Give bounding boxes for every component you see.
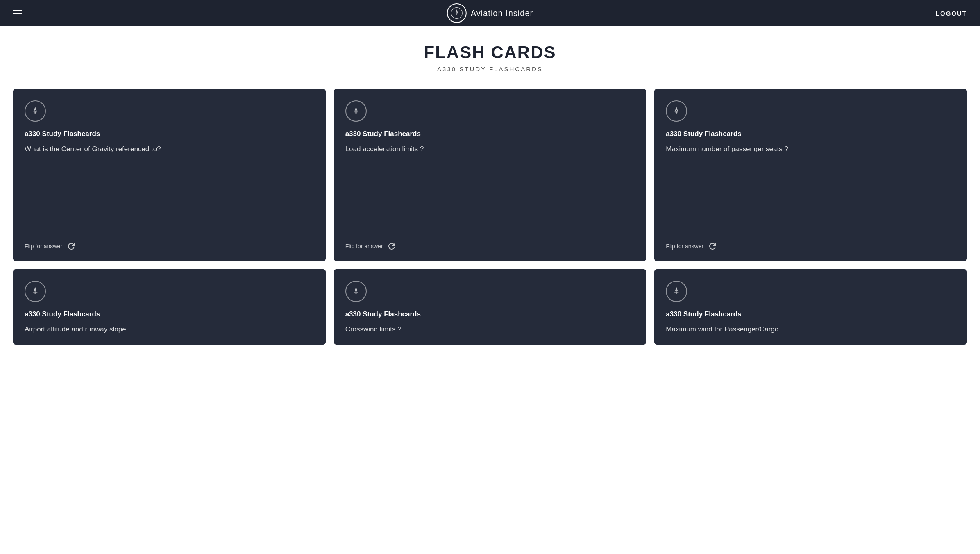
card-question-1: What is the Center of Gravity referenced… bbox=[25, 144, 314, 232]
card-deck-name-5: a330 Study Flashcards bbox=[345, 310, 635, 318]
card-icon-circle-6 bbox=[666, 281, 687, 302]
flip-icon-2 bbox=[387, 241, 397, 251]
card-question-5: Crosswind limits ? bbox=[345, 324, 635, 335]
flash-card-1[interactable]: a330 Study Flashcards What is the Center… bbox=[13, 89, 326, 261]
card-deck-name-4: a330 Study Flashcards bbox=[25, 310, 314, 318]
card-deck-name-3: a330 Study Flashcards bbox=[666, 130, 955, 138]
card-airplane-icon-6 bbox=[670, 285, 683, 297]
card-icon-circle-2 bbox=[345, 100, 367, 122]
card-deck-name-6: a330 Study Flashcards bbox=[666, 310, 955, 318]
flip-label-3: Flip for answer bbox=[666, 243, 703, 250]
card-footer-1: Flip for answer bbox=[25, 241, 314, 251]
cards-grid: a330 Study Flashcards What is the Center… bbox=[0, 81, 980, 361]
card-deck-name-2: a330 Study Flashcards bbox=[345, 130, 635, 138]
card-footer-3: Flip for answer bbox=[666, 241, 955, 251]
logout-button[interactable]: LOGOUT bbox=[936, 10, 967, 17]
flash-card-5[interactable]: a330 Study Flashcards Crosswind limits ? bbox=[334, 269, 647, 345]
page-subtitle: A330 STUDY FLASHCARDS bbox=[8, 66, 972, 73]
card-question-3: Maximum number of passenger seats ? bbox=[666, 144, 955, 232]
flash-card-2[interactable]: a330 Study Flashcards Load acceleration … bbox=[334, 89, 647, 261]
card-airplane-icon-4 bbox=[29, 285, 41, 297]
menu-icon[interactable] bbox=[13, 10, 22, 16]
flip-icon-3 bbox=[708, 241, 717, 251]
card-icon-circle-3 bbox=[666, 100, 687, 122]
flash-card-3[interactable]: a330 Study Flashcards Maximum number of … bbox=[654, 89, 967, 261]
flash-card-4[interactable]: a330 Study Flashcards Airport altitude a… bbox=[13, 269, 326, 345]
flash-card-6[interactable]: a330 Study Flashcards Maximum wind for P… bbox=[654, 269, 967, 345]
card-question-4: Airport altitude and runway slope... bbox=[25, 324, 314, 335]
flip-label-1: Flip for answer bbox=[25, 243, 62, 250]
page-title: FLASH CARDS bbox=[8, 43, 972, 62]
card-deck-name-1: a330 Study Flashcards bbox=[25, 130, 314, 138]
card-airplane-icon-3 bbox=[670, 105, 683, 117]
card-question-2: Load acceleration limits ? bbox=[345, 144, 635, 232]
card-airplane-icon-1 bbox=[29, 105, 41, 117]
logo-circle bbox=[447, 3, 467, 23]
flip-icon-1 bbox=[66, 241, 76, 251]
card-footer-2: Flip for answer bbox=[345, 241, 635, 251]
card-icon-circle-5 bbox=[345, 281, 367, 302]
card-airplane-icon-2 bbox=[350, 105, 362, 117]
card-airplane-icon-5 bbox=[350, 285, 362, 297]
logo-text: Aviation Insider bbox=[471, 9, 533, 18]
page-header: FLASH CARDS A330 STUDY FLASHCARDS bbox=[0, 26, 980, 81]
nav-logo: Aviation Insider bbox=[447, 3, 533, 23]
flip-label-2: Flip for answer bbox=[345, 243, 383, 250]
card-question-6: Maximum wind for Passenger/Cargo... bbox=[666, 324, 955, 335]
navbar: Aviation Insider LOGOUT bbox=[0, 0, 980, 26]
card-icon-circle-4 bbox=[25, 281, 46, 302]
card-icon-circle-1 bbox=[25, 100, 46, 122]
logo-airplane-icon bbox=[451, 7, 463, 19]
